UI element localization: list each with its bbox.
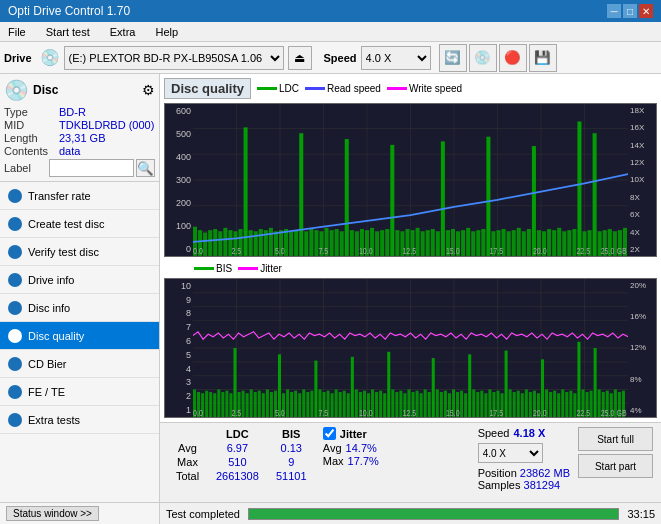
disc-settings-icon: ⚙	[142, 82, 155, 98]
mid-value: TDKBLDRBD (000)	[59, 119, 154, 131]
svg-text:2.5: 2.5	[231, 246, 241, 256]
minimize-button[interactable]: ─	[607, 4, 621, 18]
disc-button[interactable]: 💿	[469, 44, 497, 72]
speed-select[interactable]: 4.0 X	[361, 46, 431, 70]
write-speed-legend-color	[387, 87, 407, 90]
svg-rect-167	[339, 392, 342, 417]
svg-rect-202	[480, 391, 483, 417]
svg-rect-208	[505, 350, 508, 417]
start-full-button[interactable]: Start full	[578, 427, 653, 451]
maximize-button[interactable]: □	[623, 4, 637, 18]
erase-button[interactable]: 🔴	[499, 44, 527, 72]
nav-item-disc-info[interactable]: Disc info	[0, 294, 159, 322]
svg-rect-220	[553, 391, 556, 417]
svg-rect-166	[335, 389, 338, 417]
close-button[interactable]: ✕	[639, 4, 653, 18]
svg-rect-146	[254, 392, 257, 417]
menu-start-test[interactable]: Start test	[42, 24, 94, 40]
svg-rect-77	[507, 231, 511, 256]
svg-rect-35	[294, 230, 298, 256]
mid-label: MID	[4, 119, 59, 131]
chart1-y-axis-right: 18X16X14X12X10X8X6X4X2X	[628, 104, 656, 256]
nav-item-fe-te[interactable]: FE / TE	[0, 378, 159, 406]
svg-rect-221	[557, 393, 560, 417]
eject-button[interactable]: ⏏	[288, 46, 312, 70]
svg-rect-43	[335, 229, 339, 256]
svg-rect-156	[294, 391, 297, 417]
svg-rect-37	[304, 231, 308, 256]
svg-rect-28	[259, 229, 263, 256]
nav-label-cd-bier: CD Bier	[28, 358, 67, 370]
type-value: BD-R	[59, 106, 86, 118]
disc-label-button[interactable]: 🔍	[136, 159, 155, 177]
svg-rect-42	[330, 230, 334, 256]
sidebar: 💿 Disc ⚙ Type BD-R MID TDKBLDRBD (000) L…	[0, 74, 160, 524]
menu-file[interactable]: File	[4, 24, 30, 40]
bottom-status: Test completed 33:15	[160, 502, 661, 524]
speed-stats-select[interactable]: 4.0 X	[478, 443, 543, 463]
svg-text:5.0: 5.0	[275, 246, 285, 256]
svg-rect-177	[379, 391, 382, 417]
avg-label: Avg	[168, 441, 207, 455]
col-header-bis: BIS	[268, 427, 315, 441]
nav-label-fe-te: FE / TE	[28, 386, 65, 398]
read-speed-legend-label: Read speed	[327, 83, 381, 94]
disc-quality-title: Disc quality	[164, 78, 251, 99]
nav-label-verify-test: Verify test disc	[28, 246, 99, 258]
nav-icon-disc-quality	[8, 329, 22, 343]
svg-rect-17	[203, 233, 207, 256]
titlebar: Opti Drive Control 1.70 ─ □ ✕	[0, 0, 661, 22]
menu-help[interactable]: Help	[151, 24, 182, 40]
avg-jitter: 14.7%	[346, 442, 377, 454]
svg-rect-53	[385, 229, 389, 256]
start-part-button[interactable]: Start part	[578, 454, 653, 478]
disc-label-input[interactable]	[49, 159, 134, 177]
max-bis: 9	[268, 455, 315, 469]
svg-rect-170	[351, 357, 354, 417]
svg-rect-187	[420, 393, 423, 417]
svg-rect-55	[395, 230, 399, 256]
svg-text:0.0: 0.0	[193, 408, 203, 417]
read-speed-legend: Read speed	[305, 83, 381, 94]
svg-rect-38	[309, 229, 313, 256]
svg-text:10.0: 10.0	[359, 246, 373, 256]
max-jitter-row-label: Max	[323, 455, 344, 467]
nav-item-disc-quality[interactable]: Disc quality	[0, 322, 159, 350]
svg-rect-188	[424, 389, 427, 417]
avg-bis: 0.13	[268, 441, 315, 455]
window-controls[interactable]: ─ □ ✕	[607, 4, 653, 18]
nav-item-verify-test-disc[interactable]: Verify test disc	[0, 238, 159, 266]
drive-select[interactable]: (E:) PLEXTOR BD-R PX-LB950SA 1.06	[64, 46, 284, 70]
nav-label-create-test: Create test disc	[28, 218, 104, 230]
menu-extra[interactable]: Extra	[106, 24, 140, 40]
disc-label-label: Label	[4, 162, 49, 174]
nav-item-extra-tests[interactable]: Extra tests	[0, 406, 159, 434]
chart1-canvas: 0.0 2.5 5.0 7.5 10.0 12.5 15.0 17.5 20.0…	[193, 104, 628, 256]
svg-text:10.0: 10.0	[359, 408, 373, 417]
svg-rect-181	[395, 392, 398, 417]
avg-jitter-row-label: Avg	[323, 442, 342, 454]
nav-item-create-test-disc[interactable]: Create test disc	[0, 210, 159, 238]
speed-label: Speed	[324, 52, 357, 64]
nav-item-cd-bier[interactable]: CD Bier	[0, 350, 159, 378]
nav-item-drive-info[interactable]: Drive info	[0, 266, 159, 294]
svg-rect-155	[290, 392, 293, 417]
refresh-button[interactable]: 🔄	[439, 44, 467, 72]
bis-legend: BIS	[194, 263, 232, 274]
save-button[interactable]: 💾	[529, 44, 557, 72]
jitter-checkbox[interactable]	[323, 427, 336, 440]
svg-rect-210	[513, 392, 516, 417]
ldc-legend-color	[257, 87, 277, 90]
status-window-button[interactable]: Status window >>	[6, 506, 99, 521]
nav-label-drive-info: Drive info	[28, 274, 74, 286]
svg-rect-214	[529, 392, 532, 417]
read-speed-legend-color	[305, 87, 325, 90]
svg-rect-88	[562, 231, 566, 256]
svg-rect-219	[549, 392, 552, 417]
nav-item-transfer-rate[interactable]: Transfer rate	[0, 182, 159, 210]
svg-rect-138	[221, 392, 224, 417]
svg-text:0.0: 0.0	[193, 246, 203, 256]
chart1-header: Disc quality LDC Read speed Write speed	[164, 78, 657, 99]
svg-rect-212	[521, 393, 524, 417]
svg-text:22.5: 22.5	[576, 246, 590, 256]
